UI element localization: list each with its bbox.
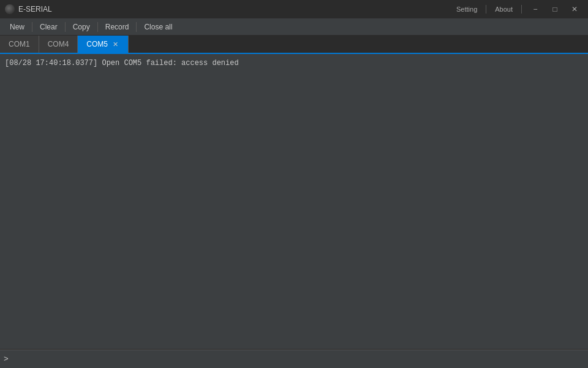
menubar: New Clear Copy Record Close all xyxy=(0,18,588,36)
menu-record[interactable]: Record xyxy=(99,20,135,34)
titlebar: E-SERIAL Setting About − □ ✕ xyxy=(0,0,588,18)
app-icon xyxy=(5,4,15,14)
tab-com4[interactable]: COM4 xyxy=(39,36,78,53)
close-button[interactable]: ✕ xyxy=(566,3,583,15)
title-divider2 xyxy=(521,5,522,13)
menu-sep-3 xyxy=(97,22,98,32)
tab-com1-label: COM1 xyxy=(9,40,30,48)
menu-sep-2 xyxy=(65,22,66,32)
tab-com5-label: COM5 xyxy=(86,40,108,48)
menu-sep-4 xyxy=(136,22,137,32)
menu-sep-1 xyxy=(32,22,32,32)
log-line-0: [08/28 17:40:18.0377] Open COM5 failed: … xyxy=(5,58,583,69)
maximize-button[interactable]: □ xyxy=(546,3,564,15)
cmdbar: > xyxy=(0,350,588,368)
menu-new[interactable]: New xyxy=(4,20,31,34)
title-divider xyxy=(486,5,486,13)
cmd-prompt: > xyxy=(4,355,9,364)
titlebar-right: Setting About − □ ✕ xyxy=(453,3,583,15)
menu-clear[interactable]: Clear xyxy=(34,20,64,34)
tab-com5[interactable]: COM5 ✕ xyxy=(78,36,129,53)
menu-copy[interactable]: Copy xyxy=(67,20,96,34)
content-area: [08/28 17:40:18.0377] Open COM5 failed: … xyxy=(0,54,588,350)
tab-com5-close[interactable]: ✕ xyxy=(111,40,119,48)
app-title: E-SERIAL xyxy=(18,5,52,13)
setting-button[interactable]: Setting xyxy=(453,4,481,14)
cmd-input[interactable] xyxy=(11,355,584,364)
titlebar-left: E-SERIAL xyxy=(5,4,52,14)
minimize-button[interactable]: − xyxy=(527,3,544,15)
tab-com1[interactable]: COM1 xyxy=(0,36,39,53)
menu-close-all[interactable]: Close all xyxy=(138,20,178,34)
about-button[interactable]: About xyxy=(491,4,516,14)
tabsbar: COM1 COM4 COM5 ✕ xyxy=(0,36,588,54)
tab-com4-label: COM4 xyxy=(48,40,69,48)
